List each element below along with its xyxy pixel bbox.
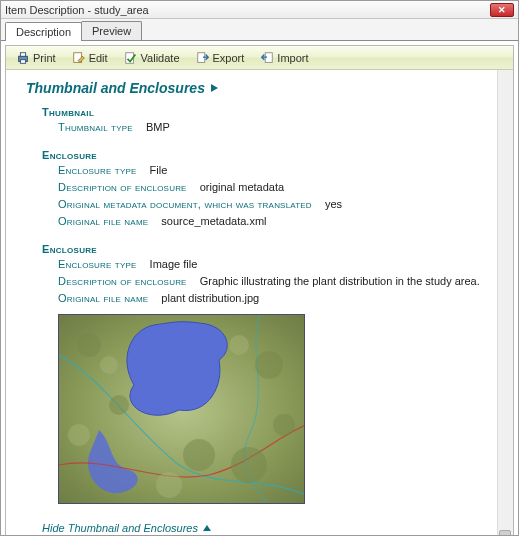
scrollbar-thumb[interactable] xyxy=(499,530,511,536)
enclosure2-type-row: Enclosure type Image file xyxy=(58,257,499,272)
svg-point-11 xyxy=(231,447,267,483)
export-icon xyxy=(196,51,210,65)
svg-point-17 xyxy=(156,472,182,498)
content-frame: Print Edit Validate Export Import xyxy=(5,45,514,536)
enclosure2-desc-label: Description of enclosure xyxy=(58,275,187,287)
section-title-text: Thumbnail and Enclosures xyxy=(26,80,205,96)
svg-point-10 xyxy=(255,351,283,379)
close-icon: ✕ xyxy=(498,5,506,15)
edit-button[interactable]: Edit xyxy=(66,49,114,67)
svg-point-14 xyxy=(273,414,295,436)
print-button[interactable]: Print xyxy=(10,49,62,67)
section-heading[interactable]: Thumbnail and Enclosures xyxy=(26,80,499,96)
import-icon xyxy=(260,51,274,65)
print-label: Print xyxy=(33,52,56,64)
thumbnail-heading: Thumbnail xyxy=(42,106,499,118)
enclosure1-origdoc-row: Original metadata document, which was tr… xyxy=(58,197,499,212)
enclosure2-image xyxy=(58,314,305,504)
hide-section-link[interactable]: Hide Thumbnail and Enclosures xyxy=(42,522,499,534)
export-label: Export xyxy=(213,52,245,64)
thumbnail-type-value: BMP xyxy=(146,121,170,133)
enclosure1-origfile-label: Original file name xyxy=(58,215,148,227)
validate-icon xyxy=(124,51,138,65)
hide-section-text: Hide Thumbnail and Enclosures xyxy=(42,522,198,534)
enclosure2-image-wrap xyxy=(58,314,499,504)
window-title: Item Description - study_area xyxy=(5,4,490,16)
tabstrip: Description Preview xyxy=(1,19,518,41)
doc-body: Thumbnail and Enclosures Thumbnail Thumb… xyxy=(6,70,513,536)
enclosure2-origfile-row: Original file name plant distribution.jp… xyxy=(58,291,499,306)
enclosure1-desc-label: Description of enclosure xyxy=(58,181,187,193)
tab-preview[interactable]: Preview xyxy=(81,21,142,40)
collapse-icon xyxy=(203,525,211,531)
enclosure1-origdoc-value: yes xyxy=(325,198,342,210)
edit-icon xyxy=(72,51,86,65)
enclosure1-origfile-row: Original file name source_metadata.xml xyxy=(58,214,499,229)
map-icon xyxy=(59,315,305,504)
toolbar: Print Edit Validate Export Import xyxy=(6,46,513,70)
enclosure2-heading: Enclosure xyxy=(42,243,499,255)
svg-point-15 xyxy=(100,356,118,374)
enclosure2-desc-value: Graphic illustrating the plant distribut… xyxy=(200,275,480,287)
titlebar: Item Description - study_area ✕ xyxy=(1,1,518,19)
enclosure1-type-label: Enclosure type xyxy=(58,164,137,176)
enclosure1-origfile-value: source_metadata.xml xyxy=(161,215,266,227)
import-label: Import xyxy=(277,52,308,64)
enclosure1-heading: Enclosure xyxy=(42,149,499,161)
svg-point-12 xyxy=(109,395,129,415)
enclosure2-desc-row: Description of enclosure Graphic illustr… xyxy=(58,274,499,289)
expand-icon xyxy=(211,84,218,92)
edit-label: Edit xyxy=(89,52,108,64)
svg-point-13 xyxy=(183,439,215,471)
enclosure1-desc-row: Description of enclosure original metada… xyxy=(58,180,499,195)
enclosure2-origfile-value: plant distribution.jpg xyxy=(161,292,259,304)
import-button[interactable]: Import xyxy=(254,49,314,67)
validate-label: Validate xyxy=(141,52,180,64)
svg-point-16 xyxy=(229,335,249,355)
enclosure1-type-row: Enclosure type File xyxy=(58,163,499,178)
enclosure1-origdoc-label: Original metadata document, which was tr… xyxy=(58,198,312,210)
print-icon xyxy=(16,51,30,65)
enclosure2-origfile-label: Original file name xyxy=(58,292,148,304)
enclosure1-desc-value: original metadata xyxy=(200,181,284,193)
scrollbar-track[interactable] xyxy=(497,70,513,536)
export-button[interactable]: Export xyxy=(190,49,251,67)
thumbnail-type-row: Thumbnail type BMP xyxy=(58,120,499,135)
thumbnail-type-label: Thumbnail type xyxy=(58,121,133,133)
svg-point-18 xyxy=(68,424,90,446)
svg-point-9 xyxy=(77,333,101,357)
validate-button[interactable]: Validate xyxy=(118,49,186,67)
close-button[interactable]: ✕ xyxy=(490,3,514,17)
svg-rect-2 xyxy=(20,59,25,63)
tab-description[interactable]: Description xyxy=(5,22,82,41)
enclosure1-type-value: File xyxy=(150,164,168,176)
enclosure2-type-label: Enclosure type xyxy=(58,258,137,270)
enclosure2-type-value: Image file xyxy=(150,258,198,270)
svg-rect-1 xyxy=(20,52,25,56)
